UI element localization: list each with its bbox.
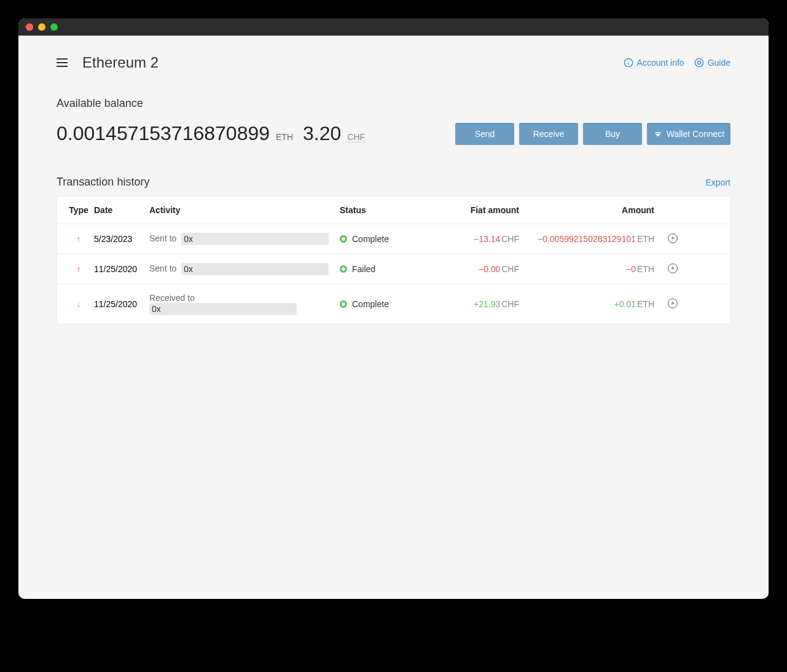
address-pill[interactable]: 0x — [149, 303, 297, 315]
direction-icon: ↑ — [63, 264, 94, 274]
tx-activity: Sent to 0x — [149, 263, 340, 275]
table-row: ↑ 5/23/2023 Sent to 0x Complete −13.14CH… — [57, 224, 730, 254]
direction-icon: ↑ — [63, 234, 94, 244]
guide-icon — [694, 58, 704, 68]
window-minimize-icon[interactable] — [38, 23, 45, 31]
receive-button[interactable]: Receive — [519, 123, 578, 145]
tx-date: 11/25/2020 — [94, 299, 149, 309]
col-status: Status — [340, 205, 432, 215]
address-pill[interactable]: 0x — [181, 233, 329, 245]
detail-icon[interactable] — [668, 264, 678, 273]
account-info-label: Account info — [637, 58, 684, 68]
tx-date: 5/23/2023 — [94, 234, 149, 244]
detail-icon[interactable] — [668, 299, 678, 308]
table-row: ↑ 11/25/2020 Sent to 0x Failed −0.00CHF … — [57, 254, 730, 284]
activity-label: Sent to — [149, 233, 176, 243]
page-title: Ethereum 2 — [82, 54, 159, 71]
status-dot-icon — [340, 300, 347, 308]
guide-link[interactable]: Guide — [694, 58, 730, 68]
table-header-row: Type Date Activity Status Fiat amount Am… — [57, 197, 730, 224]
balance-fiat-ticker[interactable]: CHF — [347, 132, 365, 143]
window-close-icon[interactable] — [26, 23, 33, 31]
svg-point-3 — [695, 58, 703, 66]
tx-fiat: −13.14CHF — [432, 234, 524, 244]
tx-amount: −0.005992150283129101ETH — [524, 234, 659, 244]
activity-label: Sent to — [149, 264, 176, 273]
tx-amount: +0.01ETH — [524, 299, 659, 309]
window-maximize-icon[interactable] — [50, 23, 58, 31]
wallet-connect-label: Wallet Connect — [667, 129, 724, 139]
status-text: Complete — [352, 299, 389, 309]
buy-button[interactable]: Buy — [583, 123, 642, 145]
tx-status: Complete — [340, 299, 432, 309]
content-area: Ethereum 2 Account info Guide Available … — [18, 36, 769, 343]
activity-label: Received to — [149, 293, 195, 303]
history-header: Transaction history Export — [57, 176, 730, 189]
tx-amount: −0ETH — [524, 264, 659, 274]
detail-icon[interactable] — [668, 233, 678, 243]
col-amount: Amount — [524, 205, 659, 215]
table-row: ↓ 11/25/2020 Received to 0x Complete +21… — [57, 284, 730, 324]
direction-icon: ↓ — [63, 299, 94, 309]
app-window: Ethereum 2 Account info Guide Available … — [18, 18, 769, 599]
export-link[interactable]: Export — [706, 178, 730, 187]
menu-icon[interactable] — [57, 58, 68, 67]
balance-amount: 0.001457153716870899 — [57, 122, 270, 145]
tx-status: Failed — [340, 264, 432, 274]
wallet-connect-icon — [653, 131, 663, 137]
status-dot-icon — [340, 235, 347, 243]
col-fiat: Fiat amount — [432, 205, 524, 215]
tx-activity: Sent to 0x — [149, 233, 340, 245]
svg-point-4 — [697, 61, 700, 64]
status-text: Complete — [352, 234, 389, 244]
col-type: Type — [63, 205, 94, 215]
tx-fiat: +21.93CHF — [432, 299, 524, 309]
history-title: Transaction history — [57, 176, 149, 189]
transaction-table: Type Date Activity Status Fiat amount Am… — [57, 196, 730, 324]
action-buttons: Send Receive Buy Wallet Connect — [455, 123, 730, 145]
balance-section: Available balance 0.001457153716870899 E… — [57, 97, 730, 145]
address-pill[interactable]: 0x — [181, 263, 329, 275]
balance-values: 0.001457153716870899 ETH 3.20 CHF — [57, 122, 365, 145]
balance-fiat: 3.20 — [303, 122, 341, 145]
tx-fiat: −0.00CHF — [432, 264, 524, 274]
guide-label: Guide — [708, 58, 730, 68]
tx-status: Complete — [340, 234, 432, 244]
tx-activity: Received to 0x — [149, 293, 340, 315]
col-activity: Activity — [149, 205, 340, 215]
balance-label: Available balance — [57, 97, 730, 110]
status-text: Failed — [352, 264, 375, 274]
info-icon — [624, 58, 633, 68]
balance-ticker: ETH — [276, 132, 293, 142]
send-button[interactable]: Send — [455, 123, 514, 145]
col-date: Date — [94, 205, 149, 215]
window-titlebar — [18, 18, 769, 36]
tx-date: 11/25/2020 — [94, 264, 149, 274]
account-info-link[interactable]: Account info — [624, 58, 684, 68]
status-dot-icon — [340, 265, 347, 273]
header-row: Ethereum 2 Account info Guide — [57, 54, 730, 71]
wallet-connect-button[interactable]: Wallet Connect — [647, 123, 730, 145]
